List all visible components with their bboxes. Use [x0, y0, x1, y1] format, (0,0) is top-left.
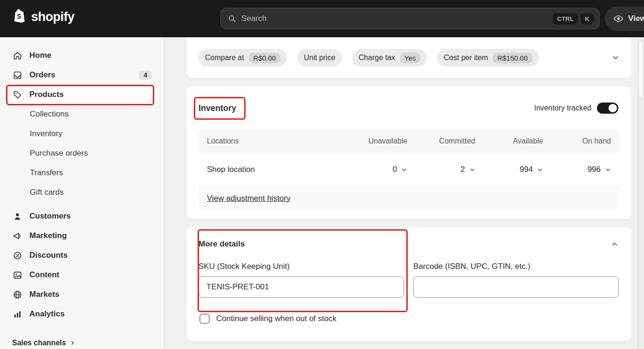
pill-value: R$0.00	[249, 53, 281, 63]
sidebar-item-label: Marketing	[29, 231, 67, 240]
orders-icon	[12, 70, 22, 80]
pill-label: Compare at	[205, 54, 244, 62]
eye-icon	[613, 14, 623, 24]
sidebar-item-purchase-orders[interactable]: Purchase orders	[6, 144, 158, 163]
sidebar-item-label: Transfers	[30, 168, 63, 178]
more-details-title: More details	[199, 240, 245, 249]
sidebar-item-analytics[interactable]: Analytics	[6, 305, 158, 323]
pill-label: Charge tax	[359, 54, 395, 62]
shopify-bag-icon: S	[12, 8, 27, 25]
on-hand-value: 996	[588, 165, 601, 174]
sidebar-item-gift-cards[interactable]: Gift cards	[6, 183, 158, 202]
sidebar: Home Orders 4 Products Collections Inven…	[0, 37, 164, 349]
inventory-table: Locations Unavailable Committed Availabl…	[199, 130, 619, 210]
chevron-down-icon	[605, 167, 611, 173]
search-placeholder: Search	[241, 14, 548, 23]
key-k: K	[581, 13, 594, 25]
sidebar-item-marketing[interactable]: Marketing	[6, 226, 158, 245]
chevron-down-icon	[612, 54, 619, 62]
committed-dropdown[interactable]: 2	[416, 165, 484, 174]
brand-wordmark: shopify	[31, 10, 75, 24]
scrollbar-track	[637, 37, 644, 349]
sales-channels-section[interactable]: Sales channels	[12, 339, 75, 347]
toggle-knob	[609, 104, 617, 112]
orders-count-badge: 4	[139, 70, 152, 80]
search-icon	[227, 14, 237, 23]
checkbox-label: Continue selling when out of stock	[216, 314, 336, 323]
sidebar-item-orders[interactable]: Orders 4	[6, 66, 158, 84]
location-name: Shop location	[199, 165, 348, 174]
key-ctrl: CTRL	[553, 13, 578, 25]
header-committed: Committed	[416, 137, 484, 145]
sidebar-item-label: Discounts	[29, 251, 68, 260]
unavailable-dropdown[interactable]: 0	[348, 165, 416, 174]
scrollbar-thumb[interactable]	[638, 41, 643, 98]
sidebar-item-inventory[interactable]: Inventory	[6, 124, 158, 143]
cost-per-item-pill[interactable]: Cost per item R$150.00	[437, 49, 539, 67]
search-input[interactable]: Search CTRL K	[220, 8, 600, 29]
table-row: Shop location 0 2 994 996	[199, 153, 619, 186]
content-image-icon	[12, 270, 22, 280]
sales-channels-label: Sales channels	[12, 339, 66, 347]
analytics-bars-icon	[12, 309, 22, 319]
sidebar-item-label: Analytics	[29, 309, 65, 319]
sidebar-item-label: Collections	[30, 109, 69, 119]
discounts-percent-icon	[12, 250, 22, 260]
sidebar-item-label: Home	[29, 51, 51, 60]
search-shortcut: CTRL K	[553, 13, 594, 25]
inventory-card: Inventory Inventory tracked Locations Un…	[186, 86, 631, 219]
pricing-collapse-button[interactable]	[612, 54, 619, 62]
sidebar-item-customers[interactable]: Customers	[6, 207, 158, 226]
inventory-tracked-toggle[interactable]	[597, 103, 618, 114]
pricing-card: Compare at R$0.00 Unit price Charge tax …	[186, 37, 631, 78]
customers-icon	[12, 211, 22, 221]
unavailable-value: 0	[393, 165, 397, 174]
chevron-down-icon	[469, 167, 475, 173]
svg-text:S: S	[17, 13, 21, 20]
inventory-title: Inventory	[199, 103, 236, 113]
more-details-collapse-button[interactable]	[611, 240, 618, 248]
sidebar-item-products[interactable]: Products	[6, 85, 158, 104]
shopify-logo[interactable]: S shopify	[12, 8, 75, 25]
sku-label: SKU (Stock Keeping Unit)	[199, 260, 290, 273]
checkbox[interactable]	[199, 314, 210, 324]
pill-label: Unit price	[304, 54, 336, 62]
sidebar-item-label: Content	[29, 270, 59, 280]
barcode-input[interactable]	[413, 276, 619, 298]
chevron-down-icon	[401, 167, 407, 173]
table-header-row: Locations Unavailable Committed Availabl…	[199, 130, 619, 153]
pill-value: Yes	[400, 53, 420, 63]
available-value: 994	[520, 165, 533, 174]
view-button[interactable]: View	[605, 7, 644, 31]
barcode-label: Barcode (ISBN, UPC, GTIN, etc.)	[413, 260, 530, 273]
chevron-right-icon	[70, 340, 75, 346]
products-tag-icon	[12, 89, 22, 100]
header-unavailable: Unavailable	[348, 137, 416, 145]
sidebar-item-label: Inventory	[30, 129, 62, 138]
sidebar-item-markets[interactable]: Markets	[6, 285, 158, 304]
sidebar-item-label: Customers	[29, 212, 71, 221]
available-dropdown[interactable]: 994	[484, 165, 552, 174]
unit-price-pill[interactable]: Unit price	[297, 49, 342, 67]
table-footer-row: View adjustment history	[199, 186, 619, 210]
inventory-tracked-label: Inventory tracked	[534, 104, 591, 112]
sidebar-item-transfers[interactable]: Transfers	[6, 164, 158, 182]
committed-value: 2	[460, 165, 465, 174]
markets-globe-icon	[12, 289, 22, 300]
header-available: Available	[484, 137, 552, 145]
continue-selling-checkbox-row[interactable]: Continue selling when out of stock	[199, 314, 336, 324]
on-hand-dropdown[interactable]: 996	[551, 165, 619, 174]
chevron-up-icon	[611, 240, 618, 248]
chevron-down-icon	[537, 167, 543, 173]
header-locations: Locations	[199, 137, 348, 145]
view-adjustment-history-link[interactable]: View adjustment history	[207, 194, 290, 203]
sidebar-item-content[interactable]: Content	[6, 266, 158, 284]
marketing-megaphone-icon	[12, 231, 22, 241]
compare-at-pill[interactable]: Compare at R$0.00	[199, 49, 287, 67]
sidebar-item-collections[interactable]: Collections	[6, 105, 158, 123]
sidebar-item-home[interactable]: Home	[6, 46, 158, 65]
sidebar-item-discounts[interactable]: Discounts	[6, 246, 158, 265]
header-on-hand: On hand	[551, 137, 619, 145]
charge-tax-pill[interactable]: Charge tax Yes	[352, 49, 427, 67]
sku-input[interactable]	[199, 276, 404, 298]
